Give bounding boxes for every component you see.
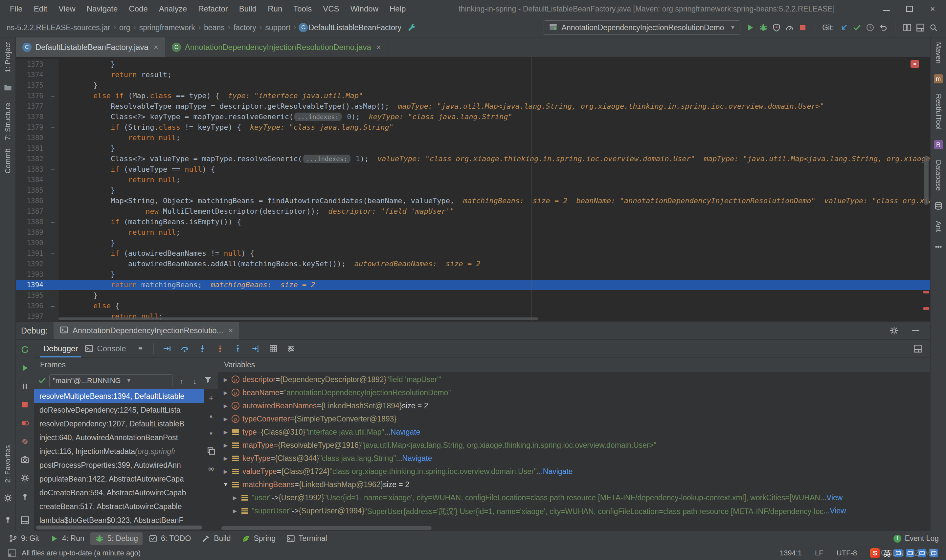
close-icon[interactable]: × — [375, 43, 381, 52]
resume-button[interactable] — [18, 362, 32, 375]
code-line-1389[interactable]: 1389 return null; — [16, 227, 930, 238]
pause-button[interactable] — [18, 380, 32, 393]
variable-row[interactable]: ▶pdescriptor = {DependencyDescriptor@189… — [218, 373, 930, 386]
stack-frame[interactable]: resolveDependency:1207, DefaultListableB — [34, 417, 204, 431]
menu-tools[interactable]: Tools — [288, 2, 317, 16]
expand-arrow[interactable]: ▶ — [221, 468, 231, 475]
line-number[interactable]: 1375 — [16, 80, 47, 91]
code-line-1384[interactable]: 1384 return null; — [16, 175, 930, 185]
menu-code[interactable]: Code — [123, 2, 153, 16]
stripe-item-commit[interactable]: Commit — [4, 149, 12, 174]
code-line-1374[interactable]: 1374 return result; — [16, 69, 930, 80]
editor-horizontal-scrollbar[interactable] — [59, 317, 551, 321]
line-number[interactable]: 1396 — [16, 301, 47, 311]
close-button[interactable]: × — [928, 5, 937, 13]
code-line-1379[interactable]: 1379− if (String.class != keyType) { key… — [16, 122, 930, 132]
code-line-1385[interactable]: 1385 } — [16, 185, 930, 195]
expand-arrow[interactable]: ▶ — [221, 377, 231, 383]
line-number[interactable]: 1382 — [16, 154, 47, 164]
debugger-menu-button[interactable]: ≡ — [134, 342, 147, 355]
toolwindow-button-build[interactable]: Build — [197, 532, 235, 545]
view-options-button[interactable] — [285, 342, 297, 355]
diff-button[interactable] — [901, 21, 914, 34]
scroll-down-button[interactable]: ▼ — [205, 427, 218, 440]
frame-down-button[interactable]: ↓ — [188, 375, 201, 388]
ime-logo[interactable]: S — [870, 548, 880, 558]
ime-tool-icon[interactable] — [918, 549, 926, 557]
menu-window[interactable]: Window — [345, 2, 384, 16]
variable-row[interactable]: ▶ptypeConverter = {SimpleTypeConverter@1… — [218, 412, 930, 425]
breadcrumb-item[interactable]: support — [264, 23, 291, 33]
debug-view-tab-console[interactable]: Console — [81, 340, 129, 357]
debug-button[interactable] — [757, 21, 770, 34]
line-number[interactable]: 1373 — [16, 59, 47, 69]
code-line-1377[interactable]: 1377 ResolvableType mapType = descriptor… — [16, 101, 930, 112]
frame-up-button[interactable]: ↑ — [175, 375, 188, 388]
debug-session-tab[interactable]: AnnotationDependencyInjectionResolutio..… — [54, 322, 239, 339]
settings-button[interactable] — [887, 324, 901, 337]
toolwindow-button-5-debug[interactable]: 5: Debug — [90, 532, 143, 545]
toolwindow-button-9-git[interactable]: 9: Git — [4, 532, 44, 545]
line-number[interactable]: 1387 — [16, 206, 47, 217]
stripe-item-maven[interactable]: Maven — [934, 42, 943, 64]
ime-mode-indicator[interactable]: 英 — [883, 548, 891, 559]
editor-tab-defaultlistablebeanfactory-java[interactable]: CDefaultListableBeanFactory.java× — [16, 37, 165, 57]
rerun-button[interactable] — [18, 343, 32, 356]
line-number[interactable]: 1397 — [16, 311, 47, 322]
hide-panel-button[interactable] — [909, 324, 922, 337]
toolwindow-button-terminal[interactable]: Terminal — [282, 532, 332, 545]
code-line-1381[interactable]: 1381 } — [16, 143, 930, 154]
step-out-button[interactable] — [231, 342, 244, 355]
line-number[interactable]: 1378 — [16, 112, 47, 122]
setup-wrench-button[interactable] — [405, 21, 419, 34]
code-line-1376[interactable]: 1376− else if (Map.class == type) { type… — [16, 91, 930, 101]
variables-horizontal-scrollbar[interactable] — [221, 526, 431, 530]
variable-row[interactable]: ▶mapType = {ResolvableType@1916} "java.u… — [218, 438, 930, 452]
navigate-link[interactable]: Navigate — [543, 467, 573, 476]
pin-button[interactable] — [18, 490, 32, 503]
variable-row[interactable]: ▶pbeanName = "annotationDependencyInject… — [218, 386, 930, 399]
expand-arrow[interactable]: ▼ — [221, 482, 231, 488]
breadcrumb-class[interactable]: DefaultListableBeanFactory — [308, 23, 402, 33]
stripe-item-7-structure[interactable]: 7: Structure — [4, 103, 12, 140]
line-number[interactable]: 1383 — [16, 164, 47, 175]
history-button[interactable] — [864, 21, 877, 34]
code-line-1388[interactable]: 1388− if (matchingBeans.isEmpty()) { — [16, 217, 930, 227]
encoding-widget[interactable]: UTF-8 — [837, 549, 857, 557]
breadcrumb-item[interactable]: org — [119, 23, 131, 33]
stripe-item-2-favorites[interactable]: 2: Favorites — [4, 445, 12, 483]
stop-button[interactable] — [796, 21, 809, 34]
view-breakpoints-button[interactable] — [18, 417, 32, 430]
settings-button[interactable] — [1, 491, 14, 505]
line-number[interactable]: 1390 — [16, 238, 47, 248]
run-button[interactable] — [744, 21, 757, 34]
step-over-button[interactable] — [178, 342, 191, 355]
menu-file[interactable]: File — [5, 2, 28, 16]
menu-help[interactable]: Help — [384, 2, 411, 16]
line-number[interactable]: 1385 — [16, 185, 47, 195]
fold-marker[interactable]: − — [47, 301, 59, 311]
code-line-1373[interactable]: 1373 } — [16, 59, 930, 69]
expand-arrow[interactable]: ▶ — [221, 416, 231, 422]
navigate-link[interactable]: View — [826, 493, 843, 502]
toolwindow-button-spring[interactable]: Spring — [236, 532, 280, 545]
menu-vcs[interactable]: VCS — [317, 2, 344, 16]
code-line-1383[interactable]: 1383− if (valueType == null) { — [16, 164, 930, 175]
code-line-1393[interactable]: 1393 } — [16, 269, 930, 280]
code-line-1378[interactable]: 1378 Class<?> keyType = mapType.resolveG… — [16, 112, 930, 122]
stripe-item-1-project[interactable]: 1: Project — [4, 42, 12, 72]
fold-marker[interactable]: − — [47, 91, 59, 101]
settings-button[interactable] — [18, 472, 32, 485]
close-icon[interactable]: × — [227, 326, 233, 335]
menu-view[interactable]: View — [53, 2, 81, 16]
line-number[interactable]: 1381 — [16, 143, 47, 154]
line-number[interactable]: 1391 — [16, 248, 47, 258]
line-number[interactable]: 1384 — [16, 175, 47, 185]
frames-horizontal-scrollbar[interactable] — [36, 526, 202, 529]
show-execution-point-button[interactable] — [160, 342, 173, 355]
line-number[interactable]: 1376 — [16, 91, 47, 101]
variable-row[interactable]: ▶pautowiredBeanNames = {LinkedHashSet@18… — [218, 399, 930, 412]
layout-button[interactable] — [911, 342, 924, 355]
close-icon[interactable]: × — [153, 43, 158, 52]
minimize-button[interactable] — [882, 5, 891, 13]
